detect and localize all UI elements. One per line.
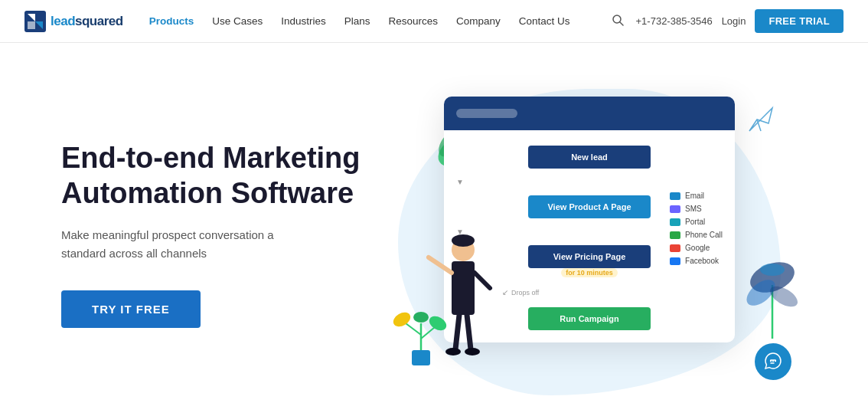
- navbar: leadsquared Products Use Cases Industrie…: [0, 0, 868, 43]
- hero-section: End-to-end Marketing Automation Software…: [0, 43, 868, 403]
- side-channels: Email SMS Portal Phone Call: [670, 192, 723, 265]
- svg-line-14: [467, 315, 471, 349]
- svg-line-11: [429, 257, 452, 273]
- svg-line-5: [620, 22, 623, 25]
- channel-phone: Phone Call: [670, 231, 723, 239]
- nav-resources[interactable]: Resources: [381, 11, 446, 31]
- logo-text: leadsquared: [51, 14, 123, 29]
- channel-portal: Portal: [670, 218, 723, 226]
- phone-number: +1-732-385-3546: [636, 15, 713, 27]
- nav-contact-us[interactable]: Contact Us: [511, 11, 578, 31]
- phone-label: Phone Call: [685, 231, 723, 239]
- nav-links: Products Use Cases Industries Plans Reso…: [142, 11, 609, 31]
- svg-rect-10: [452, 261, 475, 315]
- phone-dot: [670, 231, 680, 239]
- svg-point-32: [770, 360, 772, 362]
- channel-facebook: Facebook: [670, 257, 723, 265]
- svg-marker-30: [749, 108, 772, 131]
- channel-sms: SMS: [670, 205, 723, 213]
- view-product-block: View Product A Page: [528, 195, 651, 218]
- person-figure: [421, 227, 498, 380]
- svg-point-15: [445, 348, 461, 355]
- svg-rect-3: [28, 21, 35, 29]
- hero-subtitle: Make meaningful prospect conversation a …: [61, 226, 321, 263]
- svg-point-17: [452, 234, 475, 247]
- dashboard-header-bar: [456, 109, 517, 118]
- portal-label: Portal: [685, 218, 705, 226]
- sms-dot: [670, 205, 680, 213]
- svg-line-12: [475, 273, 490, 288]
- nav-plans[interactable]: Plans: [337, 11, 378, 31]
- svg-line-20: [406, 323, 421, 335]
- nav-industries[interactable]: Industries: [273, 11, 334, 31]
- arrow-3: ↙: [502, 288, 508, 297]
- nav-company[interactable]: Company: [449, 11, 508, 31]
- sms-label: SMS: [685, 205, 702, 213]
- drops-off-label: Drops off: [511, 289, 539, 297]
- nav-use-cases[interactable]: Use Cases: [204, 11, 270, 31]
- plant-right-decoration: [738, 254, 807, 349]
- facebook-label: Facebook: [685, 257, 719, 265]
- svg-point-29: [760, 264, 785, 276]
- svg-point-33: [772, 360, 774, 362]
- facebook-dot: [670, 257, 680, 265]
- chat-bubble-button[interactable]: [755, 343, 791, 380]
- google-dot: [670, 244, 680, 252]
- login-link[interactable]: Login: [722, 15, 746, 27]
- view-pricing-block: View Pricing Page: [528, 245, 651, 268]
- hero-title: End-to-end Marketing Automation Software: [61, 141, 383, 211]
- search-icon[interactable]: [609, 11, 627, 31]
- free-trial-button[interactable]: FREE TRIAL: [755, 9, 844, 33]
- paper-plane-icon: [746, 104, 776, 138]
- new-lead-block: New lead: [528, 146, 651, 169]
- nav-products[interactable]: Products: [142, 11, 202, 31]
- try-it-free-button[interactable]: TRY IT FREE: [61, 290, 201, 328]
- svg-point-34: [775, 360, 776, 362]
- hero-right: New lead ▼ View Product A Page ▼ View Pr…: [383, 74, 807, 395]
- svg-line-13: [455, 315, 459, 349]
- arrow-1: ▼: [456, 178, 723, 186]
- pricing-time-label: for 10 minutes: [561, 268, 618, 277]
- svg-point-16: [465, 348, 480, 355]
- dashboard-header: [444, 97, 735, 130]
- logo[interactable]: leadsquared: [24, 11, 123, 32]
- google-label: Google: [685, 244, 710, 252]
- portal-dot: [670, 218, 680, 226]
- run-campaign-block: Run Campaign: [528, 307, 651, 330]
- hero-left: End-to-end Marketing Automation Software…: [61, 141, 383, 328]
- email-dot: [670, 192, 680, 200]
- flow-step-new-lead: New lead: [456, 146, 723, 169]
- email-label: Email: [685, 192, 704, 200]
- nav-right: +1-732-385-3546 Login FREE TRIAL: [609, 9, 844, 33]
- channel-email: Email: [670, 192, 723, 200]
- channel-google: Google: [670, 244, 723, 252]
